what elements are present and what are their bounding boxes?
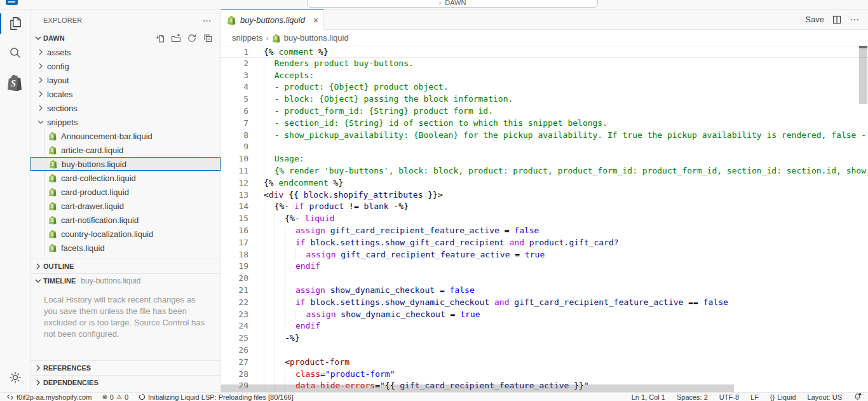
indent-guide (275, 213, 285, 225)
split-editor-icon[interactable] (832, 15, 842, 25)
folder-row-assets[interactable]: assets (31, 45, 220, 59)
remote-icon (6, 393, 14, 401)
token: - block: {Object} passing the block info… (275, 94, 513, 104)
code-line-20[interactable]: 20 (220, 273, 868, 285)
vertical-scrollbar-thumb[interactable] (859, 46, 867, 104)
file-row-cart-drawer.liquid[interactable]: Scart-drawer.liquid (31, 199, 220, 213)
shopify-icon: S (48, 132, 57, 140)
line-content: {% endcomment %} (264, 177, 343, 189)
progress-indicator[interactable]: Initializing Liquid LSP: Preloading file… (139, 393, 294, 401)
code-line-6[interactable]: 6- product_form_id: {String} product for… (220, 105, 868, 118)
code-line-10[interactable]: 10Usage: (220, 153, 868, 165)
warning-count: 0 (125, 393, 128, 401)
code-line-3[interactable]: 3Accepts: (220, 70, 868, 82)
code-line-16[interactable]: 16assign gift_card_recipient_feature_act… (220, 225, 868, 237)
workspace-row[interactable]: DAWN (31, 31, 220, 45)
encoding[interactable]: UTF-8 (719, 393, 739, 401)
overview-ruler-cursor-mark (859, 46, 867, 48)
folder-row-config[interactable]: config (31, 59, 220, 73)
indent-guide (285, 320, 295, 332)
indent-guide (285, 369, 295, 381)
code-line-22[interactable]: 22if block.settings.show_dynamic_checkou… (220, 297, 868, 309)
title-bar: › DAWN (0, 0, 868, 10)
code-line-19[interactable]: 19endif (220, 261, 868, 273)
shopify-icon: S (227, 15, 236, 25)
code-line-26[interactable]: 26 (220, 344, 868, 357)
code-line-8[interactable]: 8- show_pickup_availability: {Boolean} f… (220, 130, 868, 142)
new-file-icon[interactable] (155, 33, 165, 43)
file-row-country-localization.liquid[interactable]: Scountry-localization.liquid (31, 227, 220, 241)
references-section-header[interactable]: REFERENCES (31, 360, 220, 375)
line-number: 23 (220, 309, 248, 321)
folder-row-layout[interactable]: layout (31, 73, 220, 87)
save-button[interactable]: Save (805, 15, 824, 24)
notifications-bell[interactable] (853, 393, 862, 401)
indentation[interactable]: Spaces: 2 (677, 393, 708, 401)
file-row-facets.liquid[interactable]: Sfacets.liquid (31, 241, 220, 255)
refresh-icon[interactable] (187, 33, 197, 43)
file-row-cart-notification.liquid[interactable]: Scart-notification.liquid (31, 213, 220, 227)
token: true (460, 309, 480, 319)
more-actions-icon[interactable]: ⋯ (850, 14, 859, 25)
code-line-11[interactable]: 11{% render 'buy-buttons', block: block,… (220, 165, 868, 177)
horizontal-scrollbar-thumb[interactable] (220, 384, 734, 392)
code-line-21[interactable]: 21assign show_dynamic_checkout = false (220, 285, 868, 297)
breadcrumb-folder[interactable]: snippets (232, 33, 262, 43)
folder-row-snippets[interactable]: snippets (31, 115, 220, 129)
indent-guide (275, 225, 285, 237)
language-mode[interactable]: {} Liquid (770, 393, 796, 401)
outline-section-header[interactable]: OUTLINE (31, 259, 220, 273)
file-row-card-product.liquid[interactable]: Scard-product.liquid (31, 185, 220, 199)
code-line-28[interactable]: 28class="product-form" (220, 369, 868, 381)
token: - product_form_id: {String} product form… (275, 106, 493, 116)
file-row-article-card.liquid[interactable]: Sarticle-card.liquid (31, 143, 220, 157)
code-line-1[interactable]: 1{% comment %} (220, 46, 868, 58)
dependencies-section-header[interactable]: DEPENDENCIES (31, 375, 220, 390)
app-logo-icon (6, 0, 18, 5)
code-line-4[interactable]: 4- product: {Object} product object. (220, 81, 868, 93)
indent-guide (275, 369, 285, 381)
token: block.shopify_attributes (304, 190, 423, 200)
search-activity-button[interactable] (0, 38, 30, 67)
code-line-5[interactable]: 5- block: {Object} passing the block inf… (220, 93, 868, 105)
code-line-18[interactable]: 18assign gift_card_recipient_feature_act… (220, 249, 868, 261)
settings-button[interactable] (0, 363, 30, 392)
remote-indicator[interactable]: f0if2p-aa.myshopify.com (6, 393, 92, 401)
code-line-17[interactable]: 17if block.settings.show_gift_card_recip… (220, 237, 868, 249)
timeline-section-header[interactable]: TIMELINE buy-buttons.liquid (31, 273, 220, 288)
explorer-activity-button[interactable] (0, 9, 30, 38)
cursor-position[interactable]: Ln 1, Col 1 (632, 393, 665, 401)
indent-guide (264, 225, 275, 237)
folder-row-sections[interactable]: sections (31, 101, 220, 115)
tab-buy-buttons[interactable]: S buy-buttons.liquid × (220, 9, 324, 30)
file-row-card-collection.liquid[interactable]: Scard-collection.liquid (31, 171, 220, 185)
close-icon[interactable]: × (313, 15, 318, 25)
code-line-23[interactable]: 23assign show_dynamic_checkout = true (220, 309, 868, 321)
command-center[interactable]: › DAWN (307, 0, 598, 8)
new-folder-icon[interactable] (171, 33, 181, 43)
collapse-all-icon[interactable] (203, 33, 213, 43)
folder-row-locales[interactable]: locales (31, 87, 220, 101)
breadcrumb-file[interactable]: buy-buttons.liquid (284, 33, 349, 43)
file-row-buy-buttons.liquid[interactable]: Sbuy-buttons.liquid (31, 157, 220, 171)
shopify-icon: S (48, 173, 57, 182)
code-line-12[interactable]: 12{% endcomment %} (220, 177, 868, 189)
shopify-activity-button[interactable]: S (0, 67, 30, 97)
file-row-Announcement-bar.liquid[interactable]: SAnnouncement-bar.liquid (31, 129, 220, 143)
code-editor[interactable]: 1{% comment %}2Renders product buy-butto… (220, 46, 868, 392)
code-line-27[interactable]: 27<product-form (220, 357, 868, 369)
code-line-13[interactable]: 13<div {{ block.shopify_attributes }}> (220, 189, 868, 201)
code-line-24[interactable]: 24endif (220, 320, 868, 332)
code-line-9[interactable]: 9 (220, 141, 868, 153)
explorer-more-icon[interactable]: ⋯ (203, 15, 212, 25)
code-line-25[interactable]: 25-%} (220, 332, 868, 344)
code-line-7[interactable]: 7- section_id: {String} id of section to… (220, 118, 868, 130)
code-line-15[interactable]: 15{%- liquid (220, 213, 868, 225)
keyboard-layout[interactable]: Layout: US (808, 393, 842, 401)
problems-indicator[interactable]: ⊗ 0 ⚠ 0 (102, 393, 128, 401)
folder-label: assets (47, 48, 71, 57)
code-line-2[interactable]: 2Renders product buy-buttons. (220, 58, 868, 70)
eol[interactable]: LF (750, 393, 759, 401)
indent-guide (264, 81, 275, 93)
code-line-14[interactable]: 14{%- if product != blank -%} (220, 201, 868, 213)
